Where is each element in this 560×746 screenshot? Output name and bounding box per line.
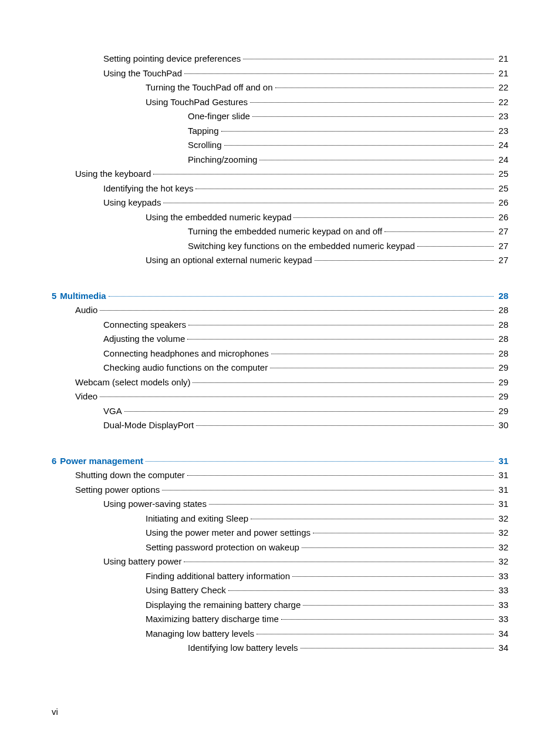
toc-entry-title: Using TouchPad Gestures (146, 98, 248, 106)
toc-entry-page: 31 (496, 499, 508, 508)
toc-entry-title: Identifying low battery levels (188, 643, 298, 652)
toc-entry-page: 24 (496, 155, 508, 164)
toc-entry[interactable]: Displaying the remaining battery charge3… (52, 600, 508, 609)
toc-entry[interactable]: One-finger slide23 (52, 112, 508, 120)
toc-entry-page: 27 (496, 256, 508, 264)
toc-entry[interactable]: Adjusting the volume28 (52, 334, 508, 343)
toc-leader-dots (100, 310, 494, 311)
toc-entry-page: 21 (496, 54, 508, 63)
toc-entry[interactable]: Turning the TouchPad off and on22 (52, 83, 508, 92)
toc-entry-title: Setting password protection on wakeup (146, 543, 299, 552)
toc-entry-title: Audio (75, 305, 97, 314)
toc-entry[interactable]: Turning the embedded numeric keypad on a… (52, 227, 508, 236)
toc-leader-dots (259, 159, 494, 160)
toc-leader-dots (250, 102, 494, 103)
toc-entry-page: 32 (496, 514, 508, 523)
toc-entry-title: Setting power options (75, 485, 160, 494)
toc-entry-page: 21 (496, 69, 508, 78)
toc-entry[interactable]: Maximizing battery discharge time33 (52, 614, 508, 623)
toc-entry[interactable]: VGA29 (52, 406, 508, 415)
toc-entry[interactable]: Finding additional battery information33 (52, 572, 508, 580)
toc-leader-dots (146, 461, 494, 462)
toc-leader-dots (109, 295, 494, 297)
toc-entry[interactable]: Scrolling24 (52, 140, 508, 149)
toc-chapter-entry[interactable]: 5 Multimedia28 (52, 291, 508, 300)
toc-entry-title: Using power-saving states (103, 499, 207, 508)
toc-entry[interactable]: Video29 (52, 392, 508, 401)
toc-leader-dots (153, 173, 494, 174)
toc-entry[interactable]: Using the embedded numeric keypad26 (52, 213, 508, 221)
toc-entry[interactable]: Webcam (select models only)29 (52, 378, 508, 387)
toc-leader-dots (315, 260, 494, 261)
toc-leader-dots (303, 604, 494, 606)
toc-chapter-entry[interactable]: 6 Power management31 (52, 456, 508, 465)
toc-entry[interactable]: Pinching/zooming24 (52, 155, 508, 164)
table-of-contents: Setting pointing device preferences21Usi… (52, 54, 508, 652)
toc-entry[interactable]: Using the keyboard25 (52, 169, 508, 178)
toc-entry[interactable]: Initiating and exiting Sleep32 (52, 514, 508, 523)
toc-entry[interactable]: Dual-Mode DisplayPort30 (52, 421, 508, 429)
toc-leader-dots (163, 202, 494, 203)
toc-entry-page: 32 (496, 528, 508, 537)
toc-entry[interactable]: Setting power options31 (52, 485, 508, 494)
toc-entry-page: 31 (496, 471, 508, 479)
toc-entry-title: Using the embedded numeric keypad (146, 213, 291, 221)
toc-entry-page: 28 (496, 334, 508, 343)
toc-leader-dots (187, 338, 494, 340)
toc-entry-title: Setting pointing device preferences (103, 54, 241, 63)
page-number: vi (52, 707, 58, 717)
toc-entry[interactable]: Checking audio functions on the computer… (52, 363, 508, 372)
toc-entry[interactable]: Using the TouchPad21 (52, 69, 508, 78)
toc-entry[interactable]: Setting password protection on wakeup32 (52, 543, 508, 552)
toc-entry[interactable]: Using TouchPad Gestures22 (52, 98, 508, 106)
toc-entry-page: 32 (496, 557, 508, 566)
toc-entry-page: 29 (496, 363, 508, 372)
toc-entry[interactable]: Using keypads26 (52, 198, 508, 207)
toc-leader-dots (417, 246, 494, 247)
toc-entry-page: 28 (496, 320, 508, 329)
toc-entry[interactable]: Managing low battery levels34 (52, 629, 508, 638)
toc-entry[interactable]: Using Battery Check33 (52, 586, 508, 594)
toc-entry[interactable]: Using the power meter and power settings… (52, 528, 508, 537)
toc-entry-page: 28 (496, 291, 508, 300)
toc-entry-title: Using an optional external numeric keypa… (146, 256, 312, 264)
toc-entry-title: Turning the TouchPad off and on (146, 83, 273, 92)
toc-entry[interactable]: Using an optional external numeric keypa… (52, 256, 508, 264)
toc-entry-title: Scrolling (188, 140, 222, 149)
toc-entry[interactable]: Tapping23 (52, 126, 508, 135)
toc-entry[interactable]: Using power-saving states31 (52, 499, 508, 508)
toc-entry-title: Using the TouchPad (103, 69, 182, 78)
toc-leader-dots (196, 425, 494, 426)
toc-entry[interactable]: Switching key functions on the embedded … (52, 241, 508, 250)
toc-leader-dots (209, 503, 494, 505)
toc-chapter-number: 6 (52, 456, 60, 465)
toc-entry[interactable]: Connecting speakers28 (52, 320, 508, 329)
toc-entry-page: 33 (496, 572, 508, 580)
toc-entry[interactable]: Setting pointing device preferences21 (52, 54, 508, 63)
toc-entry-title: Turning the embedded numeric keypad on a… (188, 227, 382, 236)
toc-leader-dots (184, 73, 494, 74)
toc-entry[interactable]: Identifying low battery levels34 (52, 643, 508, 652)
toc-entry-page: 27 (496, 241, 508, 250)
toc-entry[interactable]: Audio28 (52, 305, 508, 314)
toc-leader-dots (124, 411, 494, 412)
toc-entry[interactable]: Using battery power32 (52, 557, 508, 566)
toc-leader-dots (271, 353, 494, 354)
toc-entry-page: 22 (496, 98, 508, 106)
toc-entry-title: Webcam (select models only) (75, 378, 190, 387)
toc-entry-title: Tapping (188, 126, 219, 135)
toc-leader-dots (281, 619, 494, 620)
toc-entry[interactable]: Identifying the hot keys25 (52, 184, 508, 193)
toc-entry-title: Adjusting the volume (103, 334, 185, 343)
toc-entry-title: Switching key functions on the embedded … (188, 241, 415, 250)
toc-entry-page: 23 (496, 126, 508, 135)
toc-entry[interactable]: Shutting down the computer31 (52, 471, 508, 479)
toc-entry-title: Dual-Mode DisplayPort (103, 421, 194, 429)
toc-entry-title: VGA (103, 406, 122, 415)
toc-entry-title: Shutting down the computer (75, 471, 185, 479)
toc-entry-page: 34 (496, 629, 508, 638)
toc-entry-page: 29 (496, 406, 508, 415)
toc-entry[interactable]: Connecting headphones and microphones28 (52, 349, 508, 358)
toc-entry-page: 26 (496, 213, 508, 221)
toc-entry-page: 28 (496, 349, 508, 358)
